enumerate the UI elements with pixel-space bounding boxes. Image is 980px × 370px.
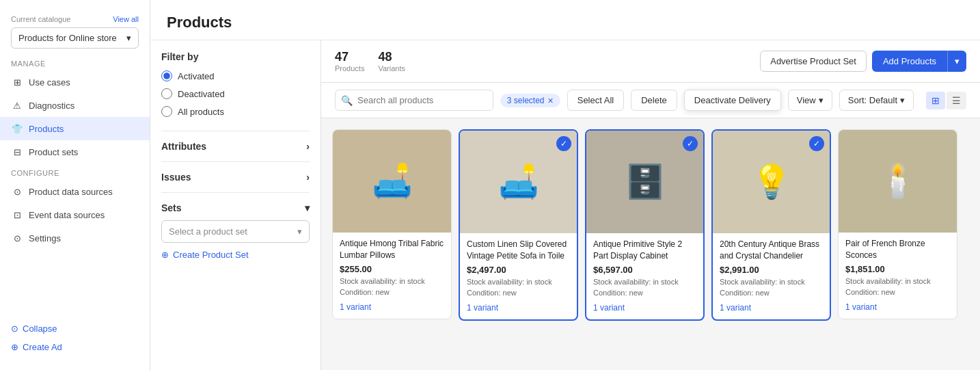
sidebar-item-label: Use cases: [29, 77, 70, 88]
manage-label: Manage: [0, 54, 150, 70]
collapse-button[interactable]: ⊙ Collapse: [11, 319, 139, 338]
products-area: 47 Products 48 Variants Advertise Produc…: [321, 40, 980, 370]
product-name: Pair of French Bronze Sconces: [845, 238, 950, 261]
product-name: Antique Hmong Tribal Fabric Lumbar Pillo…: [340, 238, 444, 261]
issues-section: Issues: [161, 161, 310, 183]
toolbar-right: Advertise Product Set Add Products ▾: [760, 51, 966, 72]
selected-count: 3 selected: [507, 96, 545, 105]
filter-radio-group: Activated Deactivated All products: [161, 70, 310, 117]
product-variant-link[interactable]: 1 variant: [340, 302, 444, 312]
radio-deactivated[interactable]: Deactivated: [161, 88, 310, 99]
view-all-link[interactable]: View all: [113, 15, 139, 23]
radio-activated-label: Activated: [178, 71, 214, 81]
products-count: 47: [335, 50, 364, 64]
search-icon: 🔍: [341, 95, 353, 106]
product-price: $2,497.00: [467, 265, 570, 275]
radio-all-products[interactable]: All products: [161, 106, 310, 117]
use-cases-icon: ⊞: [11, 76, 23, 88]
view-button[interactable]: View ▾: [788, 90, 832, 111]
product-price: $255.00: [340, 264, 444, 274]
product-card[interactable]: 🕯️ Pair of French Bronze Sconces $1,851.…: [838, 129, 957, 319]
product-card[interactable]: 🛋️ ✓ Custom Linen Slip Covered Vintage P…: [459, 129, 578, 321]
issues-header[interactable]: Issues: [161, 172, 310, 183]
sidebar-item-settings[interactable]: ⊙ Settings: [0, 226, 150, 250]
add-products-dropdown-button[interactable]: ▾: [947, 51, 966, 72]
product-name: Antique Primitive Style 2 Part Display C…: [593, 239, 696, 262]
products-label: Products: [335, 64, 364, 72]
product-variant-link[interactable]: 1 variant: [467, 303, 570, 313]
product-stock: Stock availability: in stockCondition: n…: [593, 276, 696, 299]
add-products-button[interactable]: Add Products: [872, 51, 947, 72]
radio-activated[interactable]: Activated: [161, 70, 310, 81]
radio-all-products-input[interactable]: [161, 106, 172, 117]
radio-activated-input[interactable]: [161, 70, 172, 81]
product-stock: Stock availability: in stockCondition: n…: [720, 276, 823, 299]
product-emoji: 🕯️: [877, 162, 918, 200]
product-info: Antique Primitive Style 2 Part Display C…: [586, 233, 703, 319]
attributes-header[interactable]: Attributes: [161, 141, 310, 152]
product-info: Antique Hmong Tribal Fabric Lumbar Pillo…: [333, 233, 451, 319]
radio-deactivated-input[interactable]: [161, 88, 172, 99]
catalogue-dropdown[interactable]: Products for Online store: [11, 27, 139, 49]
page-title: Products: [167, 14, 964, 31]
sidebar: Current catalogue View all Products for …: [0, 0, 150, 370]
sets-section: Sets Select a product set ⊕ Create Produ…: [161, 192, 310, 260]
product-card[interactable]: 💡 ✓ 20th Century Antique Brass and Cryst…: [711, 129, 831, 321]
sidebar-item-event-data-sources[interactable]: ⊡ Event data sources: [0, 203, 150, 226]
collapse-icon: ⊙: [11, 323, 18, 334]
deactivate-delivery-button[interactable]: Deactivate Delivery: [684, 90, 781, 111]
view-label: View: [797, 95, 816, 105]
product-emoji: 🛋️: [372, 162, 413, 200]
sidebar-item-label: Products: [29, 124, 64, 134]
search-input[interactable]: [335, 90, 493, 111]
product-emoji: 🗄️: [625, 163, 666, 201]
sidebar-item-use-cases[interactable]: ⊞ Use cases: [0, 70, 150, 94]
chevron-down-icon: [305, 202, 310, 213]
clear-selection-button[interactable]: ×: [548, 96, 554, 105]
variants-stat: 48 Variants: [378, 50, 405, 72]
products-stat: 47 Products: [335, 50, 364, 72]
sort-label: Sort: Default: [848, 95, 897, 105]
search-wrap: 🔍: [335, 90, 493, 111]
product-variant-link[interactable]: 1 variant: [845, 302, 950, 312]
product-set-dropdown[interactable]: Select a product set: [161, 220, 310, 243]
advertise-product-set-button[interactable]: Advertise Product Set: [760, 51, 867, 72]
product-variant-link[interactable]: 1 variant: [593, 303, 696, 313]
sidebar-item-product-data-sources[interactable]: ⊙ Product data sources: [0, 180, 150, 203]
attributes-label: Attributes: [161, 141, 206, 152]
list-view-button[interactable]: ☰: [947, 92, 966, 109]
variants-label: Variants: [378, 64, 405, 72]
select-all-button[interactable]: Select All: [567, 90, 624, 111]
product-data-sources-icon: ⊙: [11, 185, 23, 198]
add-products-group: Add Products ▾: [872, 51, 966, 72]
create-ad-button[interactable]: ⊕ Create Ad: [11, 338, 139, 356]
product-price: $1,851.00: [845, 264, 950, 274]
sidebar-item-diagnostics[interactable]: ⚠ Diagnostics: [0, 94, 150, 117]
product-check-icon: ✓: [683, 136, 698, 151]
filter-title: Filter by: [161, 51, 310, 62]
radio-all-label: All products: [178, 107, 224, 117]
delete-button[interactable]: Delete: [631, 90, 677, 111]
sets-header[interactable]: Sets: [161, 202, 310, 213]
product-variant-link[interactable]: 1 variant: [720, 303, 823, 313]
sidebar-item-products[interactable]: 👕 Products: [0, 117, 150, 140]
product-card[interactable]: 🛋️ Antique Hmong Tribal Fabric Lumbar Pi…: [332, 129, 452, 319]
sets-label: Sets: [161, 202, 182, 213]
sidebar-item-label: Settings: [29, 233, 61, 243]
create-product-set-button[interactable]: ⊕ Create Product Set: [161, 250, 310, 260]
issues-label: Issues: [161, 172, 191, 183]
product-check-icon: ✓: [556, 136, 571, 151]
sidebar-bottom: ⊙ Collapse ⊕ Create Ad: [0, 314, 150, 362]
grid-view-button[interactable]: ⊞: [926, 92, 945, 109]
sort-button[interactable]: Sort: Default ▾: [839, 90, 914, 111]
product-name: Custom Linen Slip Covered Vintage Petite…: [467, 239, 570, 262]
plus-icon: ⊕: [11, 342, 18, 352]
catalogue-section: Current catalogue View all Products for …: [0, 8, 150, 54]
product-card[interactable]: 🗄️ ✓ Antique Primitive Style 2 Part Disp…: [585, 129, 705, 321]
main-header: Products: [150, 0, 980, 40]
event-data-sources-icon: ⊡: [11, 209, 23, 221]
filter-panel: Filter by Activated Deactivated All prod…: [150, 40, 321, 370]
attributes-section: Attributes: [161, 131, 310, 152]
configure-label: Configure: [0, 163, 150, 180]
sidebar-item-product-sets[interactable]: ⊟ Product sets: [0, 140, 150, 163]
